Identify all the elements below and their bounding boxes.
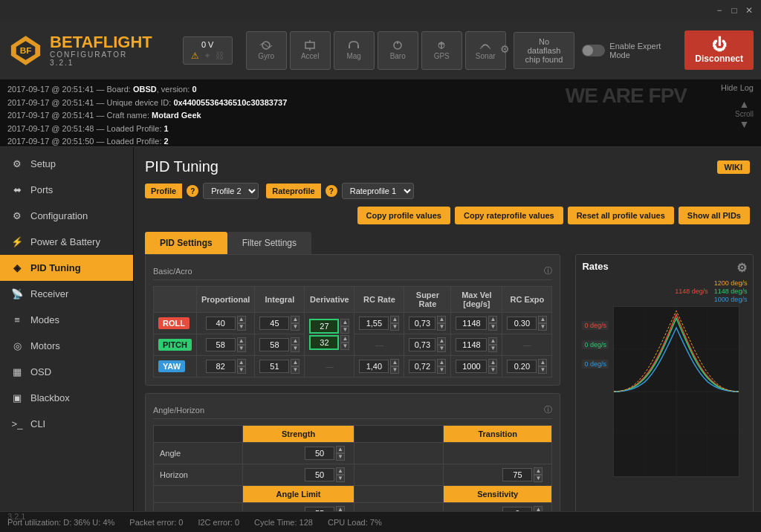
sidebar-item-pid[interactable]: ◈ PID Tuning [0, 255, 133, 281]
roll-i-down[interactable]: ▼ [291, 323, 299, 331]
copy-rateprofile-button[interactable]: Copy rateprofile values [455, 207, 563, 224]
baro-sensor-btn[interactable]: Baro [378, 31, 418, 70]
yaw-i-up[interactable]: ▲ [291, 359, 299, 366]
sidebar-item-configuration[interactable]: ⚙ Configuration [0, 203, 133, 229]
disconnect-button[interactable]: ⏻ Disconnect [684, 30, 754, 70]
pitch-d-up[interactable]: ▲ [340, 335, 349, 343]
roll-i-input[interactable] [259, 317, 289, 330]
sidebar-item-modes[interactable]: ≡ Modes [0, 307, 133, 333]
angle-strength-input[interactable] [305, 447, 334, 460]
yaw-sr-up[interactable]: ▲ [437, 359, 446, 366]
yaw-maxvel-up[interactable]: ▲ [488, 359, 497, 366]
roll-rcrate-up[interactable]: ▲ [390, 316, 399, 323]
roll-maxvel-down[interactable]: ▼ [488, 323, 497, 331]
basic-info-icon[interactable]: ⓘ [544, 265, 552, 276]
horizon-transition-input[interactable] [502, 468, 532, 481]
angle-limit-input[interactable] [305, 507, 334, 511]
gyro-sensor-btn[interactable]: Gyro [246, 31, 287, 70]
roll-maxvel-up[interactable]: ▲ [488, 316, 497, 323]
horizon-str-down[interactable]: ▼ [336, 475, 345, 482]
maximize-button[interactable]: □ [728, 4, 740, 16]
sidebar-item-receiver[interactable]: 📡 Receiver [0, 281, 133, 307]
roll-rcrate-down[interactable]: ▼ [390, 323, 399, 331]
yaw-maxvel-input[interactable] [456, 360, 487, 373]
gps-sensor-btn[interactable]: GPS [421, 31, 462, 70]
sidebar-item-ports[interactable]: ⬌ Ports [0, 177, 133, 203]
angle-str-down[interactable]: ▼ [336, 453, 345, 461]
roll-p-down[interactable]: ▼ [237, 323, 246, 331]
scroll-up-arrow[interactable]: ▲ [739, 97, 750, 109]
pitch-maxvel-down[interactable]: ▼ [488, 345, 497, 352]
sidebar-item-osd[interactable]: ▦ OSD [0, 359, 133, 385]
close-button[interactable]: ✕ [743, 4, 755, 16]
angle-limit-up[interactable]: ▲ [336, 506, 345, 511]
expert-mode-toggle[interactable]: Enable Expert Mode [582, 42, 677, 59]
pitch-d-down[interactable]: ▼ [340, 343, 349, 350]
yaw-i-down[interactable]: ▼ [291, 366, 299, 374]
roll-sr-down[interactable]: ▼ [437, 323, 446, 331]
roll-expo-up[interactable]: ▲ [538, 316, 547, 323]
mag-sensor-btn[interactable]: Mag [334, 31, 375, 70]
horizon-trans-up[interactable]: ▲ [534, 467, 543, 475]
minimize-button[interactable]: − [713, 4, 725, 16]
yaw-sr-down[interactable]: ▼ [437, 366, 446, 374]
pitch-p-input[interactable] [206, 338, 236, 351]
sidebar-item-setup[interactable]: ⚙ Setup [0, 151, 133, 177]
yaw-p-input[interactable] [206, 360, 236, 373]
pitch-i-down[interactable]: ▼ [291, 345, 299, 352]
roll-d-up[interactable]: ▲ [340, 319, 349, 326]
angle-info-icon[interactable]: ⓘ [544, 404, 552, 415]
roll-p-input[interactable] [206, 317, 236, 330]
wiki-button[interactable]: WIKI [717, 160, 750, 174]
horizon-strength-input[interactable] [305, 468, 334, 481]
yaw-sr-input[interactable] [409, 360, 435, 373]
roll-d-input[interactable] [309, 319, 339, 334]
roll-sr-up[interactable]: ▲ [437, 316, 446, 323]
yaw-p-down[interactable]: ▼ [237, 366, 246, 374]
yaw-expo-up[interactable]: ▲ [538, 359, 547, 366]
yaw-rcrate-down[interactable]: ▼ [390, 366, 399, 374]
sidebar-item-motors[interactable]: ◎ Motors [0, 333, 133, 359]
pitch-sr-up[interactable]: ▲ [437, 337, 446, 345]
sensitivity-input[interactable] [502, 507, 532, 511]
roll-expo-down[interactable]: ▼ [538, 323, 547, 331]
pitch-maxvel-input[interactable] [456, 338, 487, 351]
tab-pid-settings[interactable]: PID Settings [145, 232, 227, 254]
copy-profile-button[interactable]: Copy profile values [357, 207, 450, 224]
pitch-i-input[interactable] [259, 338, 289, 351]
profile-select[interactable]: Profile 2 Profile 1 Profile 3 [203, 183, 259, 199]
yaw-p-up[interactable]: ▲ [237, 359, 246, 366]
pitch-p-down[interactable]: ▼ [237, 345, 246, 352]
roll-rcrate-input[interactable] [359, 317, 389, 330]
reset-profile-button[interactable]: Reset all profile values [568, 207, 674, 224]
hide-log-button[interactable]: Hide Log [721, 83, 754, 92]
roll-sr-input[interactable] [409, 317, 435, 330]
roll-maxvel-input[interactable] [456, 317, 487, 330]
roll-i-up[interactable]: ▲ [291, 316, 299, 323]
pitch-i-up[interactable]: ▲ [291, 337, 299, 345]
pitch-sr-down[interactable]: ▼ [437, 345, 446, 352]
yaw-expo-down[interactable]: ▼ [538, 366, 547, 374]
yaw-maxvel-down[interactable]: ▼ [488, 366, 497, 374]
accel-sensor-btn[interactable]: Accel [290, 31, 331, 70]
horizon-str-up[interactable]: ▲ [336, 467, 345, 475]
yaw-rcrate-up[interactable]: ▲ [390, 359, 399, 366]
yaw-expo-input[interactable] [507, 360, 537, 373]
sidebar-item-power[interactable]: ⚡ Power & Battery [0, 229, 133, 255]
roll-d-down[interactable]: ▼ [340, 326, 349, 334]
sidebar-item-blackbox[interactable]: ▣ Blackbox [0, 385, 133, 411]
roll-expo-input[interactable] [507, 317, 537, 330]
rates-settings-icon[interactable]: ⚙ [736, 261, 747, 275]
yaw-i-input[interactable] [259, 360, 289, 373]
yaw-rcrate-input[interactable] [359, 360, 389, 373]
show-pids-button[interactable]: Show all PIDs [679, 207, 750, 224]
expert-toggle-switch[interactable] [582, 45, 605, 56]
scroll-down-arrow[interactable]: ▼ [739, 117, 750, 129]
angle-str-up[interactable]: ▲ [336, 446, 345, 453]
pitch-maxvel-up[interactable]: ▲ [488, 337, 497, 345]
roll-p-up[interactable]: ▲ [237, 316, 246, 323]
tab-filter-settings[interactable]: Filter Settings [227, 232, 311, 254]
horizon-trans-down[interactable]: ▼ [534, 475, 543, 482]
sidebar-item-cli[interactable]: >_ CLI [0, 411, 133, 437]
gear-icon[interactable]: ⚙ [500, 43, 510, 55]
